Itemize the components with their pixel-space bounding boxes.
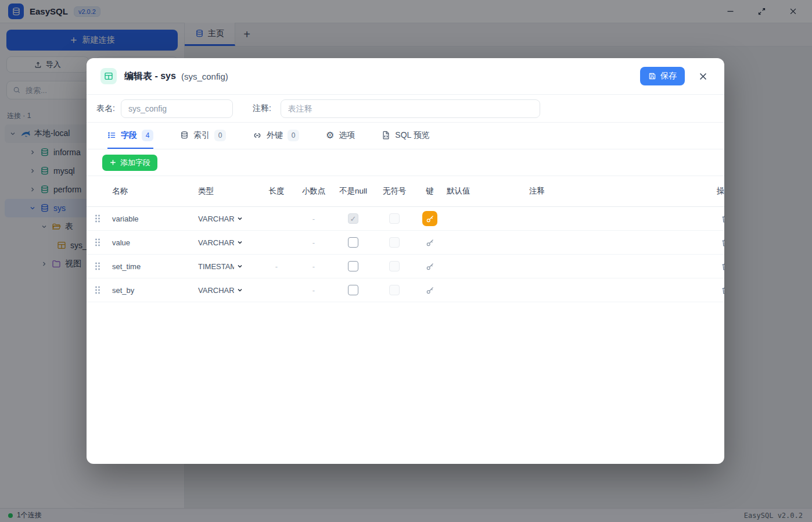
tab-foreign-keys[interactable]: 外键 0	[253, 123, 299, 149]
col-default: 默认值	[447, 186, 529, 196]
unsigned-checkbox	[389, 213, 400, 224]
chevron-down-icon	[236, 263, 243, 270]
delete-field-icon[interactable]	[717, 283, 724, 298]
field-decimal[interactable]: -	[297, 286, 330, 295]
add-field-label: 添加字段	[120, 158, 150, 168]
col-name: 名称	[112, 186, 198, 196]
table-comment-label: 注释:	[253, 103, 271, 114]
tab-options-label: 选项	[339, 130, 355, 141]
indexes-count-badge: 0	[214, 130, 226, 141]
gear-icon: ⚙	[326, 131, 334, 140]
field-name[interactable]: value	[112, 238, 198, 247]
col-comment: 注释	[529, 186, 703, 196]
tab-indexes-label: 索引	[193, 130, 210, 141]
list-icon	[107, 131, 116, 140]
not-null-checkbox[interactable]	[348, 261, 358, 271]
field-row-value: value VARCHAR -	[87, 231, 724, 255]
field-name[interactable]: set_time	[112, 262, 198, 271]
fields-count-badge: 4	[142, 130, 153, 141]
fields-table-header: 名称 类型 长度 小数点 不是null 无符号 键 默认值 注释 操作	[87, 176, 724, 207]
chevron-down-icon	[236, 215, 243, 222]
unsigned-checkbox	[389, 237, 400, 248]
primary-key-icon[interactable]	[422, 211, 437, 226]
unsigned-checkbox	[389, 285, 400, 295]
save-label: 保存	[660, 71, 677, 81]
not-null-checkbox: ✓	[348, 213, 358, 224]
unsigned-checkbox	[389, 261, 400, 271]
col-unsigned: 无符号	[376, 185, 413, 197]
tab-sql-preview-label: SQL 预览	[395, 130, 429, 141]
field-type-select[interactable]: VARCHAR	[198, 286, 256, 295]
field-type-select[interactable]: VARCHAR	[198, 238, 256, 247]
modal-subtitle: (sys_config)	[181, 71, 228, 81]
close-icon[interactable]	[695, 69, 710, 84]
table-icon	[100, 68, 117, 84]
field-decimal[interactable]: -	[297, 238, 330, 247]
field-decimal[interactable]: -	[297, 214, 330, 223]
field-length[interactable]: -	[256, 262, 297, 271]
not-null-checkbox[interactable]	[348, 285, 358, 295]
field-row-set-by: set_by VARCHAR -	[87, 278, 724, 302]
table-comment-input[interactable]	[281, 99, 540, 118]
modal-header: 编辑表 - sys (sys_config) 保存	[87, 58, 724, 94]
chevron-down-icon	[236, 239, 243, 246]
foreign-keys-count-badge: 0	[288, 130, 299, 141]
tab-foreign-keys-label: 外键	[267, 130, 283, 141]
field-name[interactable]: variable	[112, 214, 198, 223]
save-icon	[648, 72, 656, 80]
modal-tab-bar: 字段 4 索引 0 外键 0 ⚙ 选项 SQL 预览	[87, 123, 724, 149]
tab-options[interactable]: ⚙ 选项	[326, 123, 355, 149]
col-decimal: 小数点	[297, 185, 330, 197]
plus-icon	[109, 159, 117, 166]
drag-handle-icon[interactable]	[95, 286, 103, 294]
save-button[interactable]: 保存	[640, 67, 685, 85]
not-null-checkbox[interactable]	[348, 237, 358, 248]
link-icon	[253, 131, 262, 140]
key-icon[interactable]	[422, 283, 437, 298]
chevron-down-icon	[236, 287, 243, 294]
database-icon	[180, 131, 189, 140]
col-actions: 操作	[703, 186, 724, 196]
file-code-icon	[382, 131, 390, 140]
delete-field-icon[interactable]	[717, 235, 724, 250]
modal-title: 编辑表 - sys	[124, 70, 176, 83]
delete-field-icon[interactable]	[717, 259, 724, 274]
key-icon[interactable]	[422, 235, 437, 250]
fields-toolbar: 添加字段	[87, 149, 724, 176]
key-icon[interactable]	[422, 259, 437, 274]
col-key: 键	[413, 185, 447, 197]
table-name-label: 表名:	[96, 103, 115, 114]
field-decimal[interactable]: -	[297, 262, 330, 271]
tab-sql-preview[interactable]: SQL 预览	[382, 123, 429, 149]
field-type-select[interactable]: VARCHAR	[198, 214, 256, 223]
tab-fields-label: 字段	[121, 130, 137, 141]
field-name[interactable]: set_by	[112, 286, 198, 295]
field-row-set-time: set_time TIMESTAMP - -	[87, 255, 724, 278]
col-not-null: 不是null	[330, 185, 376, 197]
table-name-input[interactable]	[121, 99, 233, 118]
edit-table-modal: 编辑表 - sys (sys_config) 保存 表名: 注释: 字段 4 索…	[87, 58, 724, 464]
col-type: 类型	[198, 186, 256, 196]
field-row-variable: variable VARCHAR - ✓	[87, 207, 724, 231]
col-length: 长度	[256, 185, 297, 197]
drag-handle-icon[interactable]	[95, 262, 103, 270]
drag-handle-icon[interactable]	[95, 214, 103, 223]
add-field-button[interactable]: 添加字段	[102, 155, 157, 171]
drag-handle-icon[interactable]	[95, 238, 103, 246]
tab-indexes[interactable]: 索引 0	[180, 123, 226, 149]
table-meta-form: 表名: 注释:	[87, 95, 724, 122]
tab-fields[interactable]: 字段 4	[107, 123, 153, 149]
delete-field-icon[interactable]	[717, 211, 724, 226]
field-type-select[interactable]: TIMESTAMP	[198, 262, 256, 271]
